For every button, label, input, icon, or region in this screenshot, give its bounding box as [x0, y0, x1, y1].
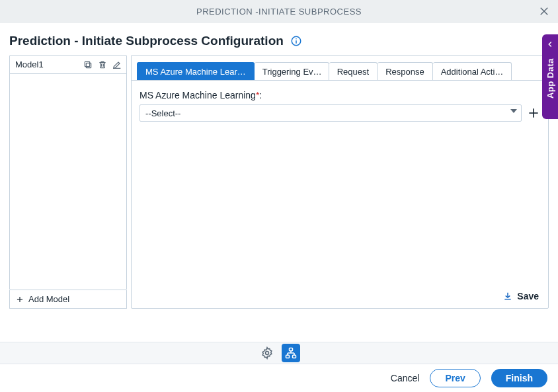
- app-data-label: App Data: [545, 58, 555, 98]
- ml-field-label: MS Azure Machine Learning*:: [140, 90, 540, 100]
- tab-triggering-events[interactable]: Triggering Ev…: [255, 62, 329, 80]
- svg-point-16: [266, 352, 269, 355]
- page-title: Prediction - Initiate Subprocess Configu…: [9, 34, 284, 48]
- delete-icon[interactable]: [97, 59, 108, 70]
- plus-icon: [15, 295, 24, 304]
- model-name: Model1: [15, 59, 83, 69]
- tab-additional-actions[interactable]: Additional Acti…: [433, 62, 512, 80]
- chevron-down-icon: [510, 109, 517, 113]
- save-label: Save: [517, 291, 539, 301]
- add-model-button[interactable]: Add Model: [9, 290, 127, 309]
- tab-ms-azure[interactable]: MS Azure Machine Lear…: [137, 62, 255, 80]
- ml-select-value: --Select--: [145, 108, 180, 118]
- chevron-left-icon: [545, 40, 555, 49]
- prev-button[interactable]: Prev: [430, 369, 480, 387]
- app-data-panel-toggle[interactable]: App Data: [542, 34, 558, 119]
- finish-button[interactable]: Finish: [491, 369, 547, 387]
- svg-rect-17: [290, 348, 293, 351]
- download-icon: [502, 291, 513, 301]
- close-icon[interactable]: [538, 5, 550, 20]
- svg-point-4: [296, 38, 297, 40]
- add-ml-button[interactable]: [527, 106, 540, 120]
- model-item[interactable]: Model1: [10, 56, 126, 74]
- plus-icon: [527, 106, 540, 120]
- settings-icon[interactable]: [258, 344, 276, 362]
- copy-icon[interactable]: [83, 59, 93, 70]
- diagram-icon[interactable]: [282, 344, 300, 362]
- tabs: MS Azure Machine Lear… Triggering Ev… Re…: [132, 56, 548, 81]
- ml-select[interactable]: --Select--: [140, 104, 522, 122]
- edit-icon[interactable]: [112, 59, 122, 70]
- tab-request[interactable]: Request: [329, 62, 378, 80]
- dialog-title: PREDICTION -INITIATE SUBPROCESS: [196, 7, 362, 17]
- bottom-toolbar: [0, 342, 558, 364]
- svg-rect-19: [293, 355, 296, 358]
- save-button[interactable]: Save: [502, 291, 539, 301]
- model-list: Model1: [9, 55, 127, 290]
- add-model-label: Add Model: [28, 294, 69, 304]
- svg-rect-7: [100, 62, 105, 67]
- tab-response[interactable]: Response: [378, 62, 433, 80]
- svg-rect-18: [286, 355, 290, 358]
- info-icon[interactable]: [290, 35, 302, 47]
- svg-rect-6: [85, 61, 89, 66]
- svg-rect-5: [86, 63, 91, 67]
- cancel-button[interactable]: Cancel: [391, 373, 420, 383]
